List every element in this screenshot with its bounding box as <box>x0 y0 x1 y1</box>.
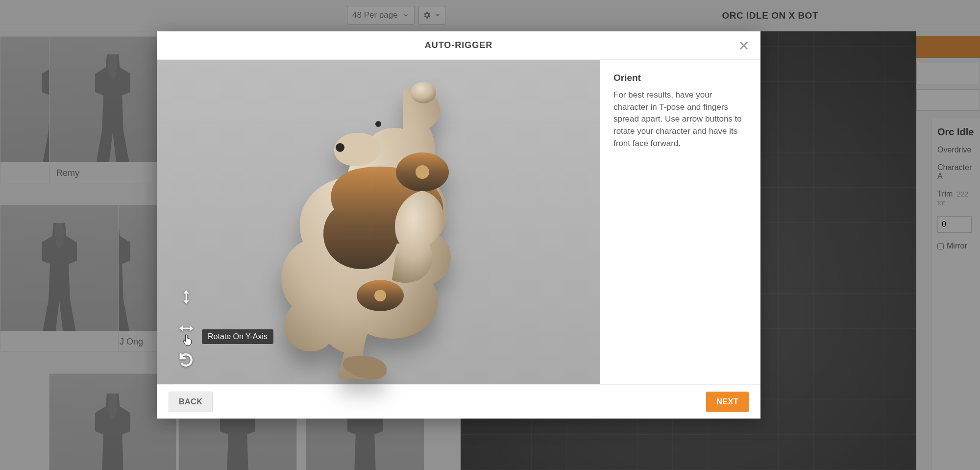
modal-body: Rotate On Y-Axis Orient For best results… <box>157 60 760 384</box>
close-button[interactable] <box>737 39 751 52</box>
modal-footer: BACK NEXT <box>157 384 760 419</box>
model-viewport[interactable]: Rotate On Y-Axis <box>157 60 600 384</box>
back-button[interactable]: BACK <box>169 392 213 412</box>
modal-title: AUTO-RIGGER <box>425 40 493 50</box>
svg-point-4 <box>375 121 381 127</box>
cursor-pointer-icon <box>182 333 193 346</box>
orient-description: For best results, have your character in… <box>613 89 747 149</box>
svg-point-8 <box>374 290 386 301</box>
rotate-y-tooltip: Rotate On Y-Axis <box>202 329 273 344</box>
close-icon <box>738 40 749 51</box>
svg-point-6 <box>416 165 429 179</box>
next-button[interactable]: NEXT <box>706 392 749 412</box>
orient-heading: Orient <box>613 73 747 83</box>
svg-point-3 <box>336 143 344 152</box>
arrows-vertical-icon <box>178 289 195 305</box>
svg-point-2 <box>411 82 436 103</box>
modal-side-panel: Orient For best results, have your chara… <box>600 60 760 384</box>
reset-rotation-button[interactable] <box>176 350 196 370</box>
next-label: NEXT <box>716 397 738 406</box>
undo-icon <box>178 351 195 368</box>
auto-rigger-modal: AUTO-RIGGER <box>157 31 760 419</box>
modal-header: AUTO-RIGGER <box>157 31 760 60</box>
character-preview-icon <box>275 65 481 379</box>
back-label: BACK <box>179 397 202 406</box>
rotate-x-button[interactable] <box>176 287 196 307</box>
rotation-controls <box>176 287 196 370</box>
